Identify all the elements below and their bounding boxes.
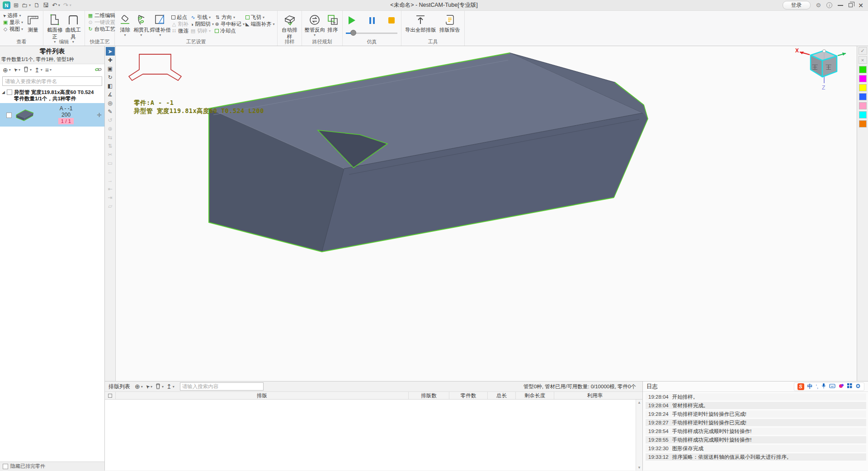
clear-button[interactable]: 清除▾ bbox=[117, 12, 133, 37]
nest-top-icon[interactable]: ↥ bbox=[166, 383, 172, 390]
microphone-icon[interactable] bbox=[821, 383, 826, 390]
column-nest-count[interactable]: 排版数 bbox=[409, 392, 449, 399]
sort-button[interactable]: 排序 bbox=[325, 12, 340, 33]
nest-add-caret-icon[interactable]: ▾ bbox=[141, 385, 143, 389]
color-swatch[interactable] bbox=[859, 84, 867, 91]
center-mark-button[interactable]: ⊕寻中标记▾ bbox=[214, 21, 245, 28]
cooling-point-button[interactable]: 冷却点 bbox=[214, 28, 245, 34]
fly-cut-button[interactable]: 飞切▾ bbox=[245, 14, 275, 21]
display-button[interactable]: ▣显示▾ bbox=[2, 19, 25, 26]
zoom-window-icon[interactable]: ◎ bbox=[106, 99, 115, 107]
parts-search-input[interactable] bbox=[2, 76, 102, 86]
measure-button[interactable]: 测量 bbox=[25, 12, 41, 33]
tube-part[interactable] bbox=[209, 53, 648, 252]
sim-speed-slider[interactable] bbox=[345, 30, 398, 36]
move-right-icon[interactable]: → bbox=[106, 176, 115, 184]
select-part-icon[interactable]: ➤ bbox=[12, 66, 19, 74]
edit-part-icon[interactable]: ✎ bbox=[106, 107, 115, 116]
rotate-ccw-icon[interactable]: ↺ bbox=[106, 116, 115, 124]
undo-icon[interactable]: ↶ bbox=[52, 2, 57, 9]
close-button[interactable]: ✕ bbox=[858, 3, 863, 8]
confirm-button[interactable]: ✓ bbox=[859, 47, 867, 55]
fit-view-icon[interactable]: ▣ bbox=[106, 64, 115, 73]
reverse-tube-button[interactable]: 整管反向▾ bbox=[304, 12, 325, 37]
add-part-caret-icon[interactable]: ▾ bbox=[9, 68, 11, 72]
part-group-node[interactable]: ◢ 异型管 宽度119.81x高度60 T0.524 零件数量1/1个，共1种零… bbox=[0, 88, 104, 103]
tree-expander-icon[interactable]: ◢ bbox=[2, 89, 5, 102]
save-icon[interactable]: 🖫 bbox=[43, 2, 49, 9]
nest-delete-icon[interactable] bbox=[155, 383, 161, 391]
import-icon[interactable]: ⊞ bbox=[14, 2, 19, 9]
micro-joint-button[interactable]: ∷微连 bbox=[171, 28, 190, 34]
column-utilization[interactable]: 利用率 bbox=[554, 392, 636, 399]
measure-icon[interactable]: ∡ bbox=[106, 90, 115, 99]
cut-icon[interactable]: ✂ bbox=[106, 150, 115, 159]
flip-h-icon[interactable]: ⇆ bbox=[106, 133, 115, 141]
new-file-icon[interactable]: 🗋 bbox=[34, 2, 40, 9]
info-icon[interactable]: i bbox=[826, 2, 832, 8]
delete-part-icon[interactable] bbox=[23, 66, 29, 74]
intersect-hole-button[interactable]: 相贯孔▾ bbox=[133, 12, 150, 37]
view-menu-button[interactable]: ◇视图▾ bbox=[2, 26, 25, 33]
face-align-button[interactable]: ◣端面补齐▾ bbox=[245, 21, 275, 28]
weld-compensation-button[interactable]: 焊缝补偿▾ bbox=[150, 12, 171, 37]
keyboard-icon[interactable] bbox=[829, 383, 835, 390]
select-icon[interactable]: ➤ bbox=[106, 47, 115, 56]
column-part-count[interactable]: 零件数 bbox=[449, 392, 488, 399]
toolbox-grid-icon[interactable] bbox=[847, 383, 852, 390]
move-left-icon[interactable]: ← bbox=[106, 167, 115, 176]
color-swatch[interactable] bbox=[859, 93, 867, 100]
login-button[interactable]: 登录 bbox=[783, 1, 811, 9]
undo-caret-icon[interactable]: ▾ bbox=[58, 3, 60, 7]
sort-list-icon[interactable]: ≡ bbox=[45, 66, 49, 74]
orbit-icon[interactable]: ↻ bbox=[106, 73, 115, 81]
pan-icon[interactable]: ✚ bbox=[106, 56, 115, 64]
nest-search-input[interactable] bbox=[180, 382, 264, 391]
orientation-cube[interactable]: 王 王 X Z bbox=[794, 47, 849, 90]
part-move-icon[interactable]: ✛ bbox=[97, 112, 102, 118]
color-swatch[interactable] bbox=[859, 111, 867, 118]
part-checkbox[interactable] bbox=[6, 113, 12, 118]
scroll-down-icon[interactable]: ▼ bbox=[637, 466, 641, 470]
open-file-icon[interactable]: 🗀 bbox=[22, 2, 28, 9]
start-point-button[interactable]: 起点 bbox=[171, 14, 190, 21]
auto-nest-button[interactable]: 自动排样 bbox=[280, 12, 299, 40]
minimize-button[interactable] bbox=[838, 5, 843, 6]
plane-icon[interactable]: ▱ bbox=[106, 202, 115, 210]
open-file-caret-icon[interactable]: ▾ bbox=[29, 3, 31, 7]
nest-table-scrollbar[interactable]: ▲ ▼ bbox=[636, 400, 642, 471]
lead-line-button[interactable]: ∿引线▾ bbox=[190, 14, 214, 21]
part-list-item-selected[interactable]: A - -1 200 1 / 1 ✛ bbox=[0, 103, 104, 127]
sim-slider-knob[interactable] bbox=[350, 30, 356, 36]
front-view-icon[interactable]: ◧ bbox=[106, 81, 115, 90]
viewport-3d[interactable]: 零件:A - -1 异型管 宽度119.81x高度60 T0.524 L200 … bbox=[116, 46, 857, 381]
nest-top-caret-icon[interactable]: ▾ bbox=[173, 385, 175, 389]
column-nest[interactable]: 排版 bbox=[116, 392, 409, 399]
move-top-caret-icon[interactable]: ▾ bbox=[41, 68, 42, 72]
color-swatch[interactable] bbox=[859, 120, 867, 127]
redo-caret-icon[interactable]: ▾ bbox=[70, 3, 71, 7]
sim-play-button[interactable] bbox=[349, 16, 355, 24]
add-part-icon[interactable]: ⊕ bbox=[3, 66, 8, 74]
cancel-button[interactable]: × bbox=[859, 56, 867, 64]
color-swatch[interactable] bbox=[859, 75, 867, 82]
column-remaining[interactable]: 剩余长度 bbox=[516, 392, 554, 399]
nest-header-check-icon[interactable] bbox=[105, 392, 116, 399]
export-all-button[interactable]: 导出全部排版 bbox=[404, 12, 437, 33]
nest-report-button[interactable]: 排版报告 bbox=[437, 12, 462, 33]
sogou-logo-icon[interactable]: S bbox=[797, 383, 804, 390]
column-total-length[interactable]: 总长 bbox=[488, 392, 516, 399]
flip-v-icon[interactable]: ⇅ bbox=[106, 141, 115, 150]
chinese-mode-icon[interactable]: 中 bbox=[807, 383, 813, 391]
color-swatch[interactable] bbox=[859, 102, 867, 109]
color-swatch[interactable] bbox=[859, 66, 867, 73]
nest-add-icon[interactable]: ⊕ bbox=[135, 383, 140, 390]
onekey-settings-button[interactable]: ⊙一键设置 bbox=[87, 19, 116, 26]
sim-pause-button[interactable] bbox=[369, 17, 375, 24]
rotate-cw-icon[interactable]: ⊕ bbox=[106, 124, 115, 133]
sort-list-caret-icon[interactable]: ▾ bbox=[50, 68, 52, 72]
punctuation-icon[interactable]: ’, bbox=[816, 384, 819, 389]
shred-button[interactable]: ▤切碎▾ bbox=[190, 28, 214, 34]
box-icon[interactable]: ▭ bbox=[106, 159, 115, 167]
to-end-icon[interactable]: ⇥ bbox=[106, 193, 115, 202]
